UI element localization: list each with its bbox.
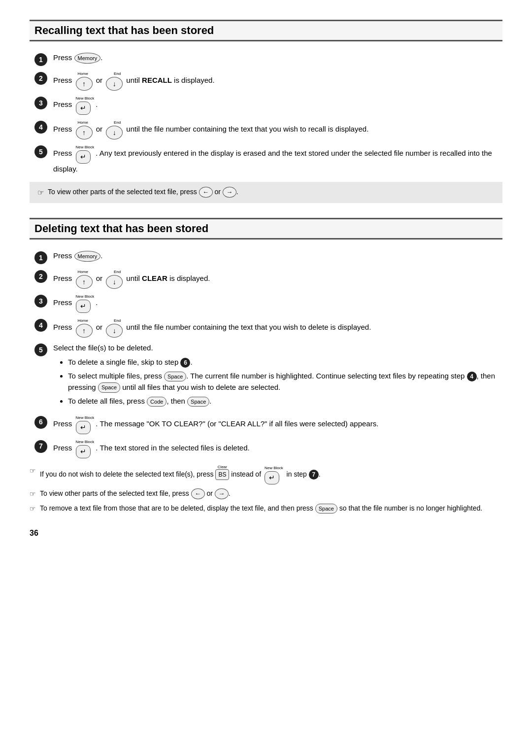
- del-end-arrow: End ↓: [106, 269, 123, 289]
- del-enter-key-3: ↵: [76, 300, 91, 313]
- step-2-content: Press Home ↑ or End ↓ until RECALL is di…: [53, 71, 502, 91]
- del-step-num-1: 1: [34, 251, 47, 264]
- del-step-6: 6 Press New Block ↵ . The message "OK TO…: [34, 415, 502, 434]
- del-end-label: End: [114, 269, 121, 275]
- step-1-content: Press Memory.: [53, 52, 502, 64]
- step-5-content: Press New Block ↵ . Any text previously …: [53, 144, 502, 175]
- note-icon-3: ☞: [30, 504, 36, 514]
- del-end-4-label: End: [114, 318, 121, 324]
- newblock-label-3r: New Block: [76, 96, 95, 102]
- arrow-labels: Home: [76, 71, 93, 77]
- step-num-1: 1: [34, 53, 47, 66]
- del-step-num-3: 3: [34, 295, 47, 308]
- del-home-arrow: Home ↑: [76, 269, 93, 289]
- space-key-note: Space: [315, 504, 337, 514]
- recall-note-box: ☞ To view other parts of the selected te…: [30, 182, 502, 204]
- del-step-2: 2 Press Home ↑ or End ↓ until CLEAR is d…: [34, 269, 502, 289]
- memory-key: Memory: [74, 53, 101, 64]
- del-step-7-content: Press New Block ↵ . The text stored in t…: [53, 439, 502, 458]
- end-arrow-recall: End ↓: [106, 71, 123, 91]
- del-step-4: 4 Press Home ↑ or End ↓ until the file n…: [34, 318, 502, 338]
- step-num-4: 4: [34, 121, 47, 134]
- del-arrow-labels-h: Home: [76, 269, 93, 275]
- bullet-single-file: To delete a single file, skip to step 6.: [68, 357, 502, 368]
- del-newblock-wrap-7: New Block ↵: [76, 439, 95, 458]
- del-up-4: ↑: [76, 324, 93, 338]
- bullet-delete-all: To delete all files, press Code, then Sp…: [68, 396, 502, 407]
- step-4-content: Press Home ↑ or End ↓ until the file num…: [53, 120, 502, 139]
- del-note-1: ☞ If you do not wish to delete the selec…: [30, 465, 502, 484]
- del-step-num-4: 4: [34, 319, 47, 332]
- arrow-labels-end: End: [106, 71, 123, 77]
- step-2-recall: 2 Press Home ↑ or End ↓ until RECALL is …: [34, 71, 502, 91]
- arrow-labels-4e: End: [106, 120, 123, 126]
- left-nav-arrow: ←: [199, 187, 213, 198]
- note-icon-recall: ☞: [37, 187, 44, 199]
- del-up-arrow: ↑: [76, 275, 93, 289]
- del-note-2: ☞ To view other parts of the selected te…: [30, 488, 502, 499]
- del-enter-key-6: ↵: [76, 421, 91, 434]
- home-arrow-recall-4: Home ↑: [76, 120, 93, 139]
- section-recalling-title: Recalling text that has been stored: [30, 20, 502, 41]
- del-instead-enter: ↵: [265, 471, 279, 484]
- page-number: 36: [30, 529, 502, 538]
- del-home-arrow-4: Home ↑: [76, 318, 93, 338]
- newblock-label-5r: New Block: [76, 144, 95, 150]
- circle-7: 7: [309, 470, 319, 480]
- end-arrow-recall-4: End ↓: [106, 120, 123, 139]
- del-step-1: 1 Press Memory.: [34, 250, 502, 264]
- note-icon-2: ☞: [30, 489, 36, 499]
- del-step-num-6: 6: [34, 416, 47, 429]
- step-num-3: 3: [34, 97, 47, 109]
- del-note-3-text: To remove a text file from those that ar…: [40, 503, 482, 514]
- del-notes: ☞ If you do not wish to delete the selec…: [30, 465, 502, 514]
- del-newblock-label-7: New Block: [76, 439, 95, 445]
- del-note-2-text: To view other parts of the selected text…: [40, 488, 231, 499]
- step-5-recall: 5 Press New Block ↵ . Any text previousl…: [34, 144, 502, 175]
- del-arrow-4h: Home: [76, 318, 93, 324]
- del-right-arrow: →: [215, 488, 229, 499]
- del-left-arrow: ←: [191, 488, 205, 499]
- enter-key-5r: ↵: [76, 150, 91, 164]
- circle-6: 6: [180, 358, 190, 368]
- step-3-recall: 3 Press New Block ↵ .: [34, 96, 502, 115]
- down-arrow-key-4: ↓: [106, 126, 123, 139]
- del-down-4: ↓: [106, 324, 123, 338]
- code-key: Code: [147, 397, 166, 407]
- newblock-key-wrap-3r: New Block ↵: [76, 96, 95, 115]
- arrow-labels-4h: Home: [76, 120, 93, 126]
- del-home-label: Home: [78, 269, 88, 275]
- del-instead-newblock-label: New Block: [265, 465, 283, 471]
- del-step-num-2: 2: [34, 270, 47, 283]
- space-key-2: Space: [98, 382, 120, 393]
- clear-bold: CLEAR: [142, 274, 167, 282]
- del-memory-key: Memory: [74, 251, 101, 262]
- del-newblock-label-6: New Block: [76, 415, 95, 421]
- up-arrow-key: ↑: [76, 77, 93, 91]
- down-arrow-key: ↓: [106, 77, 123, 91]
- step-1-recall: 1 Press Memory.: [34, 52, 502, 66]
- step-num-5: 5: [34, 145, 47, 158]
- del-step-6-content: Press New Block ↵ . The message "OK TO C…: [53, 415, 502, 434]
- del-step-2-content: Press Home ↑ or End ↓ until CLEAR is dis…: [53, 269, 502, 289]
- del-instead-newblock: New Block ↵: [265, 465, 283, 484]
- steps-deleting: 1 Press Memory. 2 Press Home ↑ or End: [34, 250, 502, 458]
- bullet-multiple-files: To select multiple files, press Space. T…: [68, 371, 502, 393]
- enter-key-3r: ↵: [76, 102, 91, 115]
- step-num-2: 2: [34, 72, 47, 85]
- del-enter-key-7: ↵: [76, 445, 91, 458]
- end-label: End: [114, 71, 121, 77]
- newblock-key-wrap-5r: New Block ↵: [76, 144, 95, 164]
- home-label-4: Home: [78, 120, 88, 126]
- del-home-4-label: Home: [78, 318, 88, 324]
- del-step-5-content: Select the file(s) to be deleted. To del…: [53, 343, 502, 410]
- del-newblock-label-3: New Block: [76, 294, 95, 300]
- steps-recalling: 1 Press Memory. 2 Press Home ↑ or End: [34, 52, 502, 175]
- del-step-5-bullets: To delete a single file, skip to step 6.…: [68, 357, 502, 407]
- del-step-num-7: 7: [34, 440, 47, 453]
- bs-key: BS: [215, 469, 229, 480]
- del-down-arrow: ↓: [106, 275, 123, 289]
- step-3-content: Press New Block ↵ .: [53, 96, 502, 115]
- del-step-3-content: Press New Block ↵ .: [53, 294, 502, 313]
- section-deleting: Deleting text that has been stored 1 Pre…: [30, 218, 502, 514]
